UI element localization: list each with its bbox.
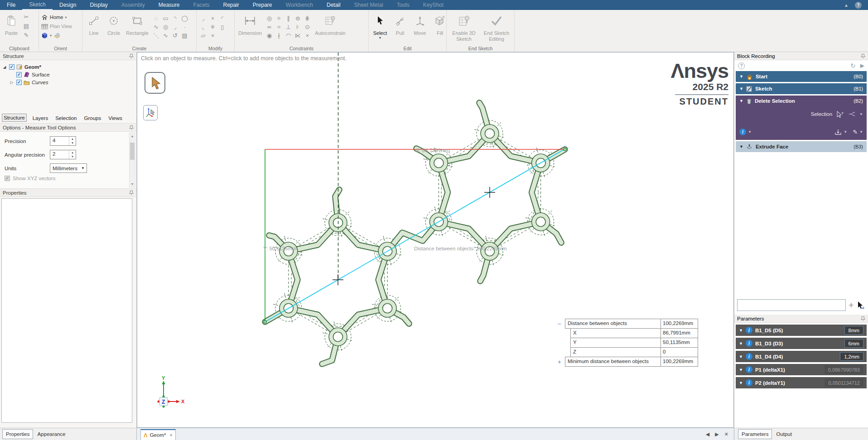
constraint-tool-icon-0-2[interactable]: ∥ (284, 14, 293, 23)
bottom-tab-output[interactable]: Output (773, 430, 795, 439)
dimension-button[interactable]: Dimension (237, 11, 263, 45)
select-plus-icon[interactable]: + (836, 110, 844, 118)
angular-precision-stepper[interactable]: 2 ▲▼ (50, 150, 76, 159)
modify-tool-icon-0-1[interactable]: × (208, 14, 217, 23)
constraint-tool-icon-0-1[interactable]: ✧ (275, 14, 283, 23)
create-tool-icon-2-3[interactable]: ▨ (180, 31, 189, 40)
constraint-tool-icon-2-2[interactable]: ◠ (284, 31, 293, 40)
create-tool-icon-0-3[interactable]: ◯ (180, 14, 189, 23)
block-extrude-face[interactable]: ▼Extrude Face(B3) (736, 141, 867, 152)
tab-groups[interactable]: Groups (83, 115, 103, 122)
menu-item-tools[interactable]: Tools (390, 0, 416, 10)
home-view-button[interactable]: Home ▾ (41, 13, 72, 21)
close-document-icon[interactable]: × (170, 432, 173, 438)
modify-tool-icon-2-2[interactable] (218, 31, 227, 40)
menu-item-display[interactable]: Display (83, 0, 114, 10)
parameter-row-b1_d3[interactable]: ▼iB1_D3 (D3)6mm (736, 338, 867, 349)
info-icon[interactable]: i (746, 379, 752, 386)
end-sketch-editing-button[interactable]: End Sketch Editing (481, 11, 512, 45)
constraint-tool-icon-0-0[interactable]: ◎ (265, 14, 274, 23)
modify-tool-icon-2-1[interactable]: × (208, 31, 217, 40)
move-button[interactable]: Move (411, 11, 429, 45)
view-style-dropdown-icon[interactable]: ▾ (50, 33, 52, 38)
constraint-tool-icon-0-4[interactable]: ⋕ (303, 14, 312, 23)
parameter-row-p1[interactable]: ▼iP1 (deltaX1)0,0867990783 (736, 364, 867, 375)
visibility-checkbox[interactable]: ✓ (16, 72, 22, 77)
create-tool-icon-1-3[interactable]: · (180, 23, 189, 31)
parameter-expander-icon[interactable]: ▼ (739, 354, 743, 359)
view-style-button[interactable]: ▾ (41, 31, 72, 39)
select-button[interactable]: Select ▼ (371, 11, 389, 45)
collapse-ribbon-icon[interactable]: ▲ (844, 3, 849, 8)
select-add-cursor-icon[interactable]: + (856, 301, 865, 310)
modify-tool-icon-1-1[interactable]: ✳ (208, 23, 217, 31)
angular-up-icon[interactable]: ▲ (69, 150, 76, 155)
autoconstrain-button[interactable]: Autoconstrain (313, 11, 347, 45)
block-start[interactable]: ▼Start(B0) (736, 71, 867, 82)
menu-item-file[interactable]: File (0, 0, 22, 10)
menu-item-facets[interactable]: Facets (186, 0, 216, 10)
options-scrollbar[interactable]: ▲ ▼ (129, 133, 135, 187)
scroll-down-icon[interactable]: ▼ (131, 181, 134, 187)
precision-down-icon[interactable]: ▼ (69, 141, 76, 146)
cut-icon[interactable]: ✂ (22, 13, 30, 21)
collapse-icon[interactable]: − (558, 319, 565, 329)
tab-layers[interactable]: Layers (31, 115, 50, 122)
constraint-tool-icon-1-1[interactable]: ≈ (275, 23, 283, 31)
bottom-tab-parameters[interactable]: Parameters (738, 429, 772, 439)
block-sketch[interactable]: ▼Sketch(B1) (736, 83, 867, 94)
modify-tool-icon-1-0[interactable]: ◟ (199, 23, 207, 31)
create-tool-icon-2-2[interactable]: ↺ (171, 31, 179, 40)
tree-node-geom[interactable]: ◢✓Geom* (2, 63, 135, 71)
parameter-value[interactable]: 1,2mm (840, 352, 863, 361)
modify-tool-icon-2-0[interactable]: ▱ (199, 31, 207, 40)
info-icon[interactable]: i (746, 366, 752, 373)
create-tool-icon-0-1[interactable]: ▭ (161, 14, 170, 23)
pin-icon[interactable] (129, 125, 134, 130)
info-icon[interactable]: i (746, 340, 752, 347)
prev-tab-icon[interactable]: ◀ (706, 431, 709, 437)
info-dropdown-icon[interactable]: ▼ (748, 130, 752, 134)
constraint-tool-icon-0-3[interactable]: ⊜ (294, 14, 302, 23)
menu-item-sketch[interactable]: Sketch (22, 0, 53, 10)
document-tab-geom[interactable]: Λ Geom* × (140, 429, 176, 440)
tree-expander-icon[interactable]: ▷ (9, 80, 14, 85)
move-grid-floating-button[interactable] (143, 105, 158, 120)
tree-expander-icon[interactable]: ◢ (2, 65, 7, 69)
show-xyz-vectors-checkbox[interactable]: ✓ (5, 176, 10, 181)
parameter-value[interactable]: 8mm (844, 326, 863, 335)
info-icon[interactable]: i (746, 327, 752, 334)
parameter-expander-icon[interactable]: ▼ (739, 381, 743, 385)
units-dropdown[interactable]: Millimeters ▼ (50, 163, 87, 173)
visibility-checkbox[interactable]: ✓ (16, 80, 22, 85)
parameter-value[interactable]: 6mm (844, 339, 863, 348)
fill-button[interactable]: ✳ Fill (431, 11, 449, 45)
modify-tool-icon-0-0[interactable]: ◞ (199, 14, 207, 23)
plan-view-button[interactable]: Plan View (41, 22, 72, 30)
add-parameter-icon[interactable]: + (849, 301, 854, 310)
menu-item-prepare[interactable]: Prepare (246, 0, 279, 10)
angular-down-icon[interactable]: ▼ (69, 155, 76, 159)
new-parameter-input[interactable] (737, 299, 846, 311)
menu-item-measure[interactable]: Measure (152, 0, 187, 10)
constraint-tool-icon-2-0[interactable]: ◉ (265, 31, 274, 40)
modify-tool-icon-0-2[interactable]: ◜ (218, 14, 227, 23)
tab-views[interactable]: Views (107, 115, 123, 122)
precision-up-icon[interactable]: ▲ (69, 137, 76, 141)
expand-icon[interactable]: + (558, 357, 565, 367)
rectangle-button[interactable]: Rectangle (125, 11, 150, 45)
block-expander-icon[interactable]: ▼ (739, 86, 743, 91)
constraint-tool-icon-1-3[interactable]: ⊦ (294, 23, 302, 31)
parameter-expander-icon[interactable]: ▼ (739, 341, 743, 346)
tree-node-surface[interactable]: ✓Surface (2, 71, 135, 78)
tab-selection[interactable]: Selection (54, 115, 78, 122)
design-canvas[interactable]: Click on an object to measure. Ctrl+clic… (137, 52, 734, 428)
visibility-checkbox[interactable]: ✓ (9, 64, 14, 70)
bottom-tab-appearance[interactable]: Appearance (34, 430, 68, 439)
block-expander-icon[interactable]: ▼ (739, 144, 743, 149)
modify-tool-icon-1-2[interactable]: ▯ (218, 23, 227, 31)
bottom-tab-properties[interactable]: Properties (2, 429, 33, 439)
copy-icon[interactable]: ▤ (22, 22, 30, 30)
constraint-tool-icon-1-4[interactable]: ⊙ (303, 23, 312, 31)
pin-icon[interactable] (861, 316, 865, 321)
